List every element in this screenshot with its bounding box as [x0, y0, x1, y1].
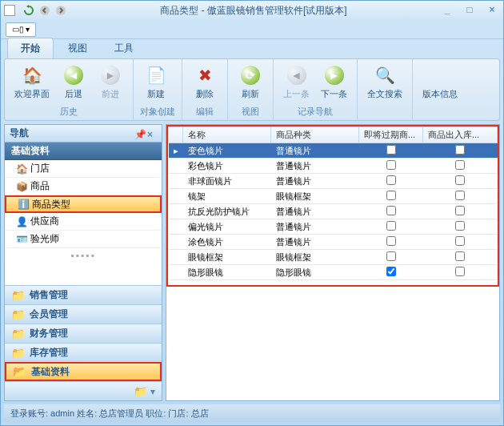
cell-name[interactable]: 偏光镜片 [183, 219, 271, 235]
table-row[interactable]: 彩色镜片 普通镜片 [169, 159, 498, 174]
tab-start[interactable]: 开始 [7, 38, 54, 58]
qat-prev-button[interactable] [38, 3, 52, 18]
cell-name[interactable]: 隐形眼镜 [183, 265, 271, 280]
cell-inout[interactable] [423, 219, 498, 235]
delete-button[interactable]: ✖删除 [189, 62, 221, 102]
cell-name[interactable]: 彩色镜片 [183, 159, 271, 174]
cell-name[interactable]: 变色镜片 [183, 143, 271, 159]
nav-close-button[interactable]: × [147, 129, 157, 139]
cell-type[interactable]: 普通镜片 [271, 204, 359, 219]
nav-cat-basedata[interactable]: 📂基础资料 [5, 362, 162, 381]
splitter[interactable]: ▪▪▪▪▪ [5, 248, 162, 263]
cell-expiring[interactable] [359, 174, 423, 189]
cell-expiring[interactable] [359, 265, 423, 280]
nav-cat-member[interactable]: 📁会员管理 [5, 304, 162, 324]
inout-checkbox[interactable] [455, 221, 465, 231]
inout-checkbox[interactable] [455, 145, 465, 155]
expiring-checkbox[interactable] [386, 251, 396, 261]
cell-expiring[interactable] [359, 235, 423, 250]
cell-inout[interactable] [423, 174, 498, 189]
table-row[interactable]: 眼镜框架 眼镜框架 [169, 250, 498, 265]
expiring-checkbox[interactable] [386, 145, 396, 155]
tree-item-store[interactable]: 🏠门店 [5, 160, 162, 178]
fulltext-search-button[interactable]: 🔍全文搜索 [364, 62, 406, 102]
inout-checkbox[interactable] [455, 175, 465, 185]
table-row[interactable]: 非球面镜片 普通镜片 [169, 174, 498, 189]
cell-type[interactable]: 眼镜框架 [271, 250, 359, 265]
nav-cat-sales[interactable]: 📁销售管理 [5, 285, 162, 304]
tree-item-supplier[interactable]: 👤供应商 [5, 213, 162, 231]
cell-expiring[interactable] [359, 204, 423, 219]
nav-cat-inventory[interactable]: 📁库存管理 [5, 343, 162, 362]
refresh-button[interactable]: ⟳刷新 [234, 62, 266, 102]
inout-checkbox[interactable] [455, 160, 465, 170]
expiring-checkbox[interactable] [386, 191, 396, 200]
cell-type[interactable]: 普通镜片 [271, 143, 359, 159]
pin-icon[interactable]: 📌 [134, 129, 144, 139]
row-header-column[interactable] [169, 127, 183, 143]
back-button[interactable]: ◄后退 [58, 62, 90, 102]
cell-inout[interactable] [423, 250, 498, 265]
cell-name[interactable]: 眼镜框架 [183, 250, 271, 265]
minimize-button[interactable]: _ [439, 4, 455, 17]
table-row[interactable]: 涂色镜片 普通镜片 [169, 235, 498, 250]
welcome-button[interactable]: 🏠欢迎界面 [11, 62, 53, 102]
cell-inout[interactable] [423, 189, 498, 204]
tree-item-optometrist[interactable]: 🪪验光师 [5, 231, 162, 248]
inout-checkbox[interactable] [455, 236, 465, 246]
column-type[interactable]: 商品种类 [271, 127, 359, 143]
qat-refresh-button[interactable] [22, 3, 36, 18]
expiring-checkbox[interactable] [386, 267, 396, 276]
cell-expiring[interactable] [359, 159, 423, 174]
cell-expiring[interactable] [359, 189, 423, 204]
cell-type[interactable]: 隐形眼镜 [271, 265, 359, 280]
tab-view[interactable]: 视图 [55, 38, 100, 58]
folder-icon[interactable]: 📁 [134, 385, 147, 398]
table-row[interactable]: 偏光镜片 普通镜片 [169, 219, 498, 235]
cell-type[interactable]: 普通镜片 [271, 235, 359, 250]
cell-expiring[interactable] [359, 143, 423, 159]
expiring-checkbox[interactable] [386, 236, 396, 246]
expiring-checkbox[interactable] [386, 175, 396, 185]
chevron-icon[interactable]: ▾ [150, 386, 155, 397]
nav-cat-finance[interactable]: 📁财务管理 [5, 324, 162, 343]
next-record-button[interactable]: ►下一条 [318, 62, 350, 102]
tab-tools[interactable]: 工具 [102, 38, 146, 58]
cell-inout[interactable] [423, 265, 498, 280]
maximize-button[interactable]: □ [462, 4, 478, 17]
new-button[interactable]: 📄新建 [140, 62, 172, 102]
tree-item-product-type[interactable]: ℹ️商品类型 [5, 195, 162, 213]
version-button[interactable]: 版本信息 [419, 62, 461, 102]
cell-name[interactable]: 非球面镜片 [183, 174, 271, 189]
cell-expiring[interactable] [359, 250, 423, 265]
view-dropdown[interactable]: ▭▯ ▾ [6, 22, 36, 37]
inout-checkbox[interactable] [455, 251, 465, 261]
cell-type[interactable]: 普通镜片 [271, 159, 359, 174]
table-row[interactable]: ▸ 变色镜片 普通镜片 [169, 143, 498, 159]
inout-checkbox[interactable] [455, 206, 465, 215]
cell-type[interactable]: 普通镜片 [271, 219, 359, 235]
inout-checkbox[interactable] [455, 191, 465, 200]
cell-inout[interactable] [423, 143, 498, 159]
nav-section-header[interactable]: 基础资料 [5, 143, 162, 160]
expiring-checkbox[interactable] [386, 206, 396, 215]
qat-next-button[interactable] [54, 3, 68, 18]
cell-inout[interactable] [423, 204, 498, 219]
cell-name[interactable]: 镜架 [183, 189, 271, 204]
expiring-checkbox[interactable] [386, 160, 396, 170]
column-name[interactable]: 名称 [183, 127, 271, 143]
cell-type[interactable]: 眼镜框架 [271, 189, 359, 204]
column-expiring[interactable]: 即将过期商... [359, 127, 423, 143]
cell-name[interactable]: 涂色镜片 [183, 235, 271, 250]
table-row[interactable]: 隐形眼镜 隐形眼镜 [169, 265, 498, 280]
cell-expiring[interactable] [359, 219, 423, 235]
cell-name[interactable]: 抗反光防护镜片 [183, 204, 271, 219]
close-button[interactable]: × [484, 4, 500, 17]
expiring-checkbox[interactable] [386, 221, 396, 231]
table-row[interactable]: 抗反光防护镜片 普通镜片 [169, 204, 498, 219]
table-row[interactable]: 镜架 眼镜框架 [169, 189, 498, 204]
inout-checkbox[interactable] [455, 267, 465, 276]
column-inout[interactable]: 商品出入库... [423, 127, 498, 143]
cell-inout[interactable] [423, 159, 498, 174]
cell-inout[interactable] [423, 235, 498, 250]
